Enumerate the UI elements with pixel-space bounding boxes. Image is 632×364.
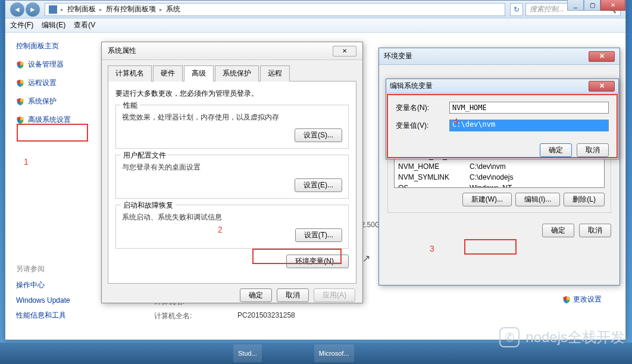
group-title: 用户配置文件: [121, 150, 168, 161]
breadcrumb[interactable]: ▸ 控制面板 ▸ 所有控制面板项 ▸ 系统: [45, 3, 505, 16]
sidebar-seealso: 另请参阅: [16, 264, 114, 274]
minimize-button[interactable]: _: [567, 0, 584, 11]
dialog-title: 环境变量: [384, 51, 412, 61]
sidebar-item-protection[interactable]: 系统保护: [16, 96, 114, 106]
tab-advanced[interactable]: 高级: [184, 65, 214, 81]
close-button[interactable]: ✕: [600, 0, 625, 11]
chevron-right-icon: ▸: [99, 7, 102, 12]
titlebar: _ ▢ ✕ ◄ ► ▸ 控制面板 ▸ 所有控制面板项 ▸ 系统 ↻ 搜索控制..…: [5, 1, 625, 18]
list-item[interactable]: OSWindows_NT: [395, 183, 604, 188]
chevron-right-icon: ▸: [61, 7, 64, 12]
sidebar-link-action-center[interactable]: 操作中心: [16, 280, 114, 290]
menubar: 文件(F) 编辑(E) 查看(V: [5, 18, 625, 33]
forward-button[interactable]: ►: [26, 2, 40, 17]
sidebar-item-advanced[interactable]: 高级系统设置: [16, 115, 114, 125]
sidebar-item-remote[interactable]: 远程设置: [16, 78, 114, 88]
dialog-titlebar: 环境变量 ✕: [379, 48, 620, 65]
sidebar-link-perf-info[interactable]: 性能信息和工具: [16, 310, 114, 321]
profile-settings-button[interactable]: 设置(E)...: [295, 178, 342, 192]
variable-value-label: 变量值(V):: [396, 121, 449, 131]
arrow-icon: ↗: [362, 253, 370, 264]
change-settings-link[interactable]: 更改设置: [562, 294, 602, 305]
shield-icon: [562, 296, 571, 304]
maximize-button[interactable]: ▢: [584, 0, 600, 11]
chevron-right-icon: ▸: [159, 7, 162, 12]
group-desc: 与您登录有关的桌面设置: [122, 162, 342, 172]
annotation-label-1: 1: [24, 157, 29, 167]
ok-button[interactable]: 确定: [240, 288, 272, 302]
shield-icon: [16, 116, 24, 124]
dialog-body: 要进行大多数更改，您必须作为管理员登录。 性能 视觉效果，处理器计划，内存使用，…: [108, 81, 356, 284]
sidebar-title[interactable]: 控制面板主页: [16, 41, 114, 51]
list-item[interactable]: NVM_SYMLINKC:\dev\nodejs: [395, 172, 604, 183]
dialog-title: 系统属性: [108, 46, 136, 56]
startup-group: 启动和故障恢复 系统启动、系统失败和调试信息 设置(T)...: [115, 205, 349, 249]
dialog-body: 变量名(N): 变量值(V): C:\dev\nvm: [386, 93, 618, 143]
breadcrumb-level3[interactable]: 系统: [166, 4, 180, 14]
dialog-titlebar: 系统属性 ✕: [102, 42, 362, 60]
dialog-titlebar: 编辑系统变量 ✕: [386, 79, 618, 93]
dialog-footer: 确定 取消 应用(A): [102, 284, 362, 307]
taskbar-item[interactable]: Stud...: [233, 344, 262, 362]
perf-settings-button[interactable]: 设置(S)...: [295, 128, 342, 142]
shield-icon: [16, 98, 24, 106]
nav-arrows: ◄ ►: [10, 2, 40, 17]
cancel-button[interactable]: 取消: [579, 224, 611, 237]
variable-name-input[interactable]: [449, 102, 609, 114]
group-desc: 视觉效果，处理器计划，内存使用，以及虚拟内存: [122, 112, 342, 123]
cancel-button[interactable]: 取消: [577, 143, 609, 157]
apply-button[interactable]: 应用(A): [314, 288, 355, 302]
profile-group: 用户配置文件 与您登录有关的桌面设置 设置(E)...: [115, 155, 349, 199]
breadcrumb-root[interactable]: 控制面板: [67, 4, 96, 14]
window-controls: _ ▢ ✕: [567, 0, 625, 11]
watermark-text: nodejs全栈开发: [525, 328, 625, 347]
menu-edit[interactable]: 编辑(E): [42, 20, 65, 30]
dialog-footer: 确定 取消: [379, 219, 620, 242]
back-button[interactable]: ◄: [10, 2, 24, 17]
admin-note: 要进行大多数更改，您必须作为管理员登录。: [115, 89, 349, 99]
annotation-label-4: 4: [453, 117, 458, 126]
group-desc: 系统启动、系统失败和调试信息: [122, 212, 342, 222]
dialog-footer: 确定 取消: [386, 143, 618, 163]
full-name-label: 计算机全名:: [154, 311, 237, 321]
close-button[interactable]: ✕: [589, 81, 615, 92]
new-button[interactable]: 新建(W)...: [462, 193, 512, 206]
system-properties-dialog: 系统属性 ✕ 计算机名 硬件 高级 系统保护 远程 要进行大多数更改，您必须作为…: [101, 42, 363, 303]
close-button[interactable]: ✕: [589, 51, 615, 62]
sidebar-link-windows-update[interactable]: Windows Update: [16, 296, 114, 305]
sidebar-item-label: 远程设置: [28, 78, 57, 88]
tab-protection[interactable]: 系统保护: [215, 65, 259, 81]
watermark: ✆ nodejs全栈开发: [499, 327, 625, 347]
tab-hardware[interactable]: 硬件: [153, 65, 183, 81]
edit-button[interactable]: 编辑(I)...: [515, 193, 560, 206]
menu-view[interactable]: 查看(V: [74, 20, 95, 30]
refresh-button[interactable]: ↻: [510, 3, 523, 16]
sidebar-item-label: 设备管理器: [28, 59, 64, 70]
breadcrumb-level2[interactable]: 所有控制面板项: [106, 4, 156, 14]
group-title: 性能: [121, 101, 140, 111]
sidebar-item-label: 系统保护: [28, 96, 57, 106]
sidebar-item-label: 高级系统设置: [28, 115, 71, 125]
close-button[interactable]: ✕: [333, 46, 356, 57]
sidebar-item-device-manager[interactable]: 设备管理器: [16, 59, 114, 70]
variable-value-input[interactable]: C:\dev\nvm: [449, 120, 609, 131]
edit-variable-dialog: 编辑系统变量 ✕ 变量名(N): 变量值(V): C:\dev\nvm 确定 取…: [386, 79, 619, 159]
list-buttons: 新建(W)... 编辑(I)... 删除(L): [394, 193, 605, 206]
ok-button[interactable]: 确定: [540, 143, 572, 157]
delete-button[interactable]: 删除(L): [564, 193, 605, 206]
taskbar-item[interactable]: Microsof...: [314, 344, 354, 362]
full-name-value: PC201503231258: [237, 311, 295, 321]
dialog-title: 编辑系统变量: [390, 81, 433, 91]
group-title: 启动和故障恢复: [121, 200, 176, 211]
tab-computer-name[interactable]: 计算机名: [108, 65, 152, 81]
cancel-button[interactable]: 取消: [277, 288, 309, 302]
menu-file[interactable]: 文件(F): [10, 20, 33, 30]
performance-group: 性能 视觉效果，处理器计划，内存使用，以及虚拟内存 设置(S)...: [115, 105, 349, 149]
tab-remote[interactable]: 远程: [260, 65, 290, 81]
shield-icon: [16, 79, 24, 87]
startup-settings-button[interactable]: 设置(T)...: [295, 228, 342, 242]
shield-icon: [16, 61, 24, 69]
env-vars-button[interactable]: 环境变量(N)...: [286, 255, 349, 268]
wechat-icon: ✆: [499, 327, 520, 347]
ok-button[interactable]: 确定: [542, 224, 574, 237]
